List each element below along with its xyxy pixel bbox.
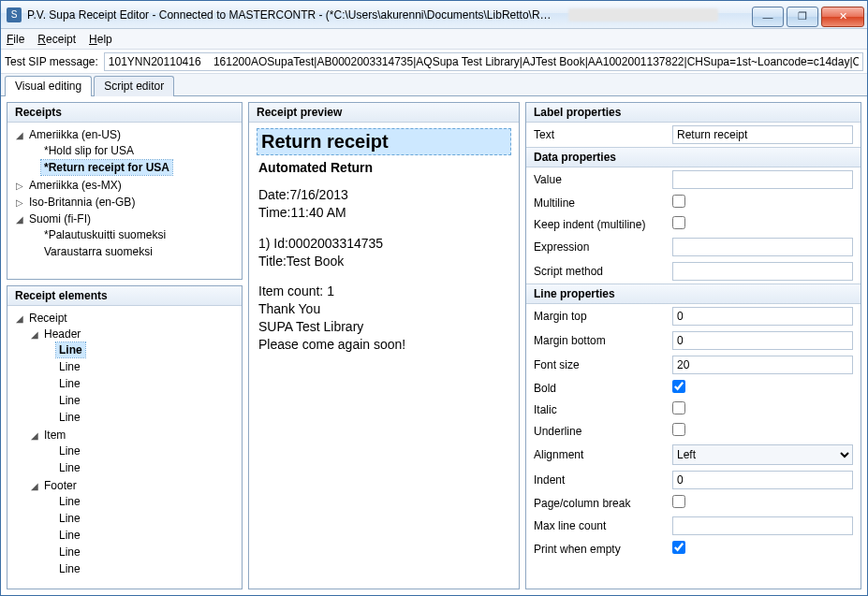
tree-node-line[interactable]: Line (56, 376, 83, 391)
tree-toggle-icon[interactable]: ◢ (15, 130, 24, 140)
prop-expression-input[interactable] (672, 238, 853, 256)
prop-pagebreak-label: Page/column break (534, 497, 665, 510)
panel-receipts-header: Receipts (7, 103, 242, 123)
tree-toggle-icon[interactable]: ◢ (15, 214, 24, 225)
prop-italic-label: Italic (534, 403, 665, 416)
preview-date-value: 7/16/2013 (289, 187, 347, 202)
prop-scriptmethod-label: Script method (534, 265, 665, 278)
tree-toggle-icon[interactable]: ▷ (15, 181, 24, 191)
tab-script-editor[interactable]: Script editor (94, 76, 174, 96)
prop-alignment-select[interactable]: Left (672, 444, 853, 465)
tree-node-line[interactable]: Line (56, 393, 83, 408)
tabstrip: Visual editing Script editor (1, 74, 867, 96)
app-window: S P.V. Supa Receipt Editor - Connected t… (0, 0, 868, 596)
prop-maxlinecount-input[interactable] (672, 516, 853, 535)
preview-date-label: Date: (258, 187, 289, 202)
tree-node-receipt[interactable]: Varaustarra suomeksi (41, 244, 155, 259)
menu-receipt[interactable]: Receipt (37, 33, 76, 46)
preview-time-value: 11:40 AM (290, 205, 346, 220)
preview-time-label: Time: (258, 205, 290, 220)
prop-marginbottom-input[interactable] (672, 331, 853, 350)
tree-node-line[interactable]: Line (56, 511, 83, 526)
prop-value-label: Value (534, 173, 665, 186)
preview-item-id: 1) Id:0002003314735 (258, 235, 509, 253)
menu-file[interactable]: File (7, 33, 24, 46)
tree-node-locale[interactable]: Ameriikka (en-US) (26, 127, 124, 142)
tree-node-locale[interactable]: Ameriikka (es-MX) (26, 178, 125, 193)
tree-node-footer[interactable]: Footer (41, 478, 80, 493)
tree-node-receipt[interactable]: *Palautuskuitti suomeksi (41, 227, 169, 242)
prop-text-label: Text (534, 128, 665, 141)
prop-fontsize-label: Font size (534, 358, 665, 371)
receipts-tree[interactable]: ◢Ameriikka (en-US) *Hold slip for USA *R… (7, 123, 242, 279)
prop-printwhenempty-checkbox[interactable] (672, 541, 685, 554)
prop-bold-checkbox[interactable] (672, 380, 685, 393)
tab-visual-editing[interactable]: Visual editing (5, 76, 92, 96)
panel-preview-header: Receipt preview (249, 103, 519, 123)
prop-scriptmethod-input[interactable] (672, 262, 853, 281)
prop-indent-input[interactable] (672, 471, 853, 489)
tree-node-line[interactable]: Line (56, 460, 83, 475)
tree-node-line[interactable]: Line (56, 528, 83, 543)
sip-row: Test SIP message: (1, 50, 867, 74)
prop-value-input[interactable] (672, 170, 853, 189)
tree-node-receipt-root[interactable]: Receipt (26, 311, 70, 326)
prop-italic-checkbox[interactable] (672, 401, 685, 414)
panel-elements-header: Receipt elements (7, 286, 242, 306)
prop-keepindent-label: Keep indent (multiline) (534, 218, 665, 231)
tree-node-line-selected[interactable]: Line (56, 342, 85, 357)
prop-alignment-label: Alignment (534, 448, 665, 461)
tree-toggle-icon[interactable]: ◢ (30, 329, 39, 340)
close-button[interactable]: ✕ (821, 7, 864, 27)
elements-tree[interactable]: ◢Receipt ◢Header Line Line Line Line Lin… (7, 306, 242, 589)
preview-subtitle: Automated Return (258, 159, 509, 177)
prop-margintop-label: Margin top (534, 310, 665, 323)
window-title: P.V. Supa Receipt Editor - Connected to … (27, 8, 552, 22)
section-line-properties: Line properties (526, 283, 861, 304)
tree-node-line[interactable]: Line (56, 561, 83, 576)
prop-margintop-input[interactable] (672, 307, 853, 326)
tree-node-item[interactable]: Item (41, 428, 68, 443)
titlebar[interactable]: S P.V. Supa Receipt Editor - Connected t… (1, 1, 867, 29)
tree-node-receipt-selected[interactable]: *Return receipt for USA (41, 160, 172, 175)
tree-toggle-icon[interactable]: ◢ (30, 481, 39, 491)
tree-toggle-icon[interactable]: ◢ (15, 313, 24, 324)
prop-maxlinecount-label: Max line count (534, 519, 665, 532)
menu-help[interactable]: Help (89, 33, 112, 46)
prop-bold-label: Bold (534, 382, 665, 395)
prop-text-input[interactable] (672, 125, 853, 144)
prop-pagebreak-checkbox[interactable] (672, 495, 685, 508)
tree-node-receipt[interactable]: *Hold slip for USA (41, 143, 137, 158)
preview-thank-you: Thank You (258, 300, 509, 318)
prop-fontsize-input[interactable] (672, 356, 853, 374)
tree-node-header[interactable]: Header (41, 327, 83, 342)
sip-input[interactable] (104, 52, 863, 71)
sip-label: Test SIP message: (5, 55, 98, 68)
prop-printwhenempty-label: Print when empty (534, 543, 665, 556)
tree-node-line[interactable]: Line (56, 494, 83, 509)
workarea: Receipts ◢Ameriikka (en-US) *Hold slip f… (1, 96, 867, 595)
prop-underline-label: Underline (534, 425, 665, 438)
panel-properties-header: Label properties (526, 103, 861, 123)
preview-selected-line[interactable]: Return receipt (257, 128, 511, 155)
tree-node-line[interactable]: Line (56, 410, 83, 425)
tree-node-locale[interactable]: Suomi (fi-FI) (26, 211, 94, 226)
prop-indent-label: Indent (534, 473, 665, 487)
preview-body: Return receipt Automated Return Date:7/1… (249, 123, 519, 589)
panel-properties: Label properties Text Data properties Va… (525, 102, 861, 589)
tree-node-line[interactable]: Line (56, 359, 83, 374)
prop-underline-checkbox[interactable] (672, 423, 685, 436)
tree-node-line[interactable]: Line (56, 443, 83, 458)
prop-keepindent-checkbox[interactable] (672, 216, 685, 229)
tree-node-line[interactable]: Line (56, 545, 83, 560)
panel-receipts: Receipts ◢Ameriikka (en-US) *Hold slip f… (7, 102, 243, 280)
prop-expression-label: Expression (534, 240, 665, 254)
maximize-button[interactable]: ❐ (787, 7, 818, 27)
prop-multiline-checkbox[interactable] (672, 195, 685, 208)
preview-come-again: Please come again soon! (258, 336, 509, 354)
tree-toggle-icon[interactable]: ▷ (15, 197, 24, 208)
tree-node-locale[interactable]: Iso-Britannia (en-GB) (26, 195, 138, 210)
minimize-button[interactable]: — (752, 7, 784, 27)
tree-toggle-icon[interactable]: ◢ (30, 430, 39, 441)
prop-marginbottom-label: Margin bottom (534, 334, 665, 347)
